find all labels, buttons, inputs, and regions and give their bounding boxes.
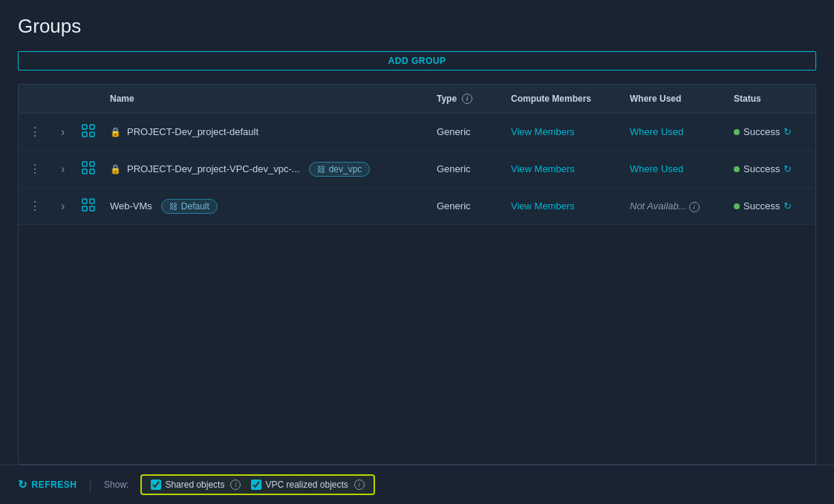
row-grid-icon-cell [74, 151, 102, 188]
col-header-type: Type i [429, 85, 504, 114]
col-header-compute-members: Compute Members [504, 85, 622, 114]
row-name: Web-VMs [110, 200, 152, 212]
row-name: PROJECT-Dev_project-default [127, 126, 258, 137]
vpc-realized-checkbox-label[interactable]: VPC realized objects i [251, 480, 364, 490]
shared-objects-checkbox-label[interactable]: Shared objects i [151, 480, 241, 490]
where-used-not-available: Not Availab... [630, 200, 687, 212]
col-header-status: Status [726, 85, 815, 114]
row-actions-cell: ⋮ [19, 188, 52, 225]
status-dot [734, 203, 740, 209]
row-name-cell: 🔒PROJECT-Dev_project-default [102, 114, 429, 151]
row-compute-members-cell: View Members [504, 151, 622, 188]
lock-icon: 🔒 [110, 164, 121, 174]
table-row: ⋮› 🔒PROJECT-Dev_project-VPC-dev_vpc-... … [19, 151, 815, 188]
row-more-button[interactable]: ⋮ [26, 162, 45, 176]
col-header-expand [52, 85, 74, 114]
row-expand-button[interactable]: › [59, 125, 66, 139]
where-used-info-icon[interactable]: i [689, 202, 700, 212]
tag-label: dev_vpc [329, 164, 362, 174]
view-members-link[interactable]: View Members [511, 200, 575, 212]
svg-rect-8 [82, 199, 87, 203]
row-compute-members-cell: View Members [504, 114, 622, 151]
table-row: ⋮› 🔒PROJECT-Dev_project-defaultGenericVi… [19, 114, 815, 151]
table-body: ⋮› 🔒PROJECT-Dev_project-defaultGenericVi… [19, 114, 815, 225]
tag-link-icon: ⛓ [169, 202, 177, 211]
row-type: Generic [437, 126, 471, 137]
row-type-cell: Generic [429, 114, 504, 151]
svg-rect-3 [90, 132, 94, 137]
tag-badge[interactable]: ⛓ Default [161, 199, 218, 214]
grid-icon [82, 198, 95, 214]
row-type-cell: Generic [429, 151, 504, 188]
groups-table: Name Type i Compute Members Where Used [19, 85, 815, 225]
col-header-actions [19, 85, 52, 114]
lock-icon: 🔒 [110, 127, 121, 137]
table-header-row: Name Type i Compute Members Where Used [19, 85, 815, 114]
svg-rect-7 [90, 169, 94, 174]
row-where-used-cell: Where Used [622, 151, 726, 188]
grid-icon [82, 161, 95, 177]
status-dot [734, 166, 740, 172]
tag-badge[interactable]: ⛓ dev_vpc [309, 162, 371, 177]
footer-divider: | [88, 477, 92, 493]
row-type-cell: Generic [429, 188, 504, 225]
type-info-icon[interactable]: i [462, 94, 472, 104]
row-refresh-icon[interactable]: ↻ [783, 126, 792, 137]
row-grid-icon-cell [74, 114, 102, 151]
svg-rect-0 [82, 125, 87, 129]
page-title: Groups [18, 15, 816, 38]
row-compute-members-cell: View Members [504, 188, 622, 225]
svg-rect-4 [82, 162, 87, 166]
row-actions-cell: ⋮ [19, 151, 52, 188]
show-label: Show: [104, 480, 128, 490]
filter-checkbox-group: Shared objects i VPC realized objects i [140, 474, 374, 495]
svg-rect-10 [82, 206, 87, 211]
row-actions-cell: ⋮ [19, 114, 52, 151]
row-name: PROJECT-Dev_project-VPC-dev_vpc-... [127, 163, 300, 174]
row-refresh-icon[interactable]: ↻ [783, 163, 792, 174]
row-grid-icon-cell [74, 188, 102, 225]
view-members-link[interactable]: View Members [511, 126, 575, 137]
svg-rect-2 [82, 132, 87, 137]
svg-rect-1 [90, 125, 94, 129]
refresh-button[interactable]: ↻ REFRESH [18, 478, 76, 491]
row-more-button[interactable]: ⋮ [26, 125, 45, 139]
row-refresh-icon[interactable]: ↻ [783, 200, 792, 212]
row-where-used-cell: Where Used [622, 114, 726, 151]
view-members-link[interactable]: View Members [511, 163, 575, 174]
svg-rect-9 [90, 199, 94, 203]
tag-link-icon: ⛓ [317, 165, 325, 174]
main-content: Groups ADD GROUP Name Type i [0, 0, 834, 465]
row-status-cell: Success ↻ [726, 151, 815, 188]
where-used-link[interactable]: Where Used [630, 126, 683, 137]
col-header-name: Name [102, 85, 429, 114]
status-dot [734, 129, 740, 135]
row-expand-cell: › [52, 114, 74, 151]
vpc-realized-info-icon[interactable]: i [354, 480, 365, 490]
vpc-realized-label: VPC realized objects [265, 480, 348, 490]
shared-objects-checkbox[interactable] [151, 480, 161, 490]
row-name-cell: 🔒PROJECT-Dev_project-VPC-dev_vpc-... ⛓ d… [102, 151, 429, 188]
row-expand-button[interactable]: › [59, 163, 66, 176]
grid-icon [82, 124, 95, 140]
row-expand-cell: › [52, 188, 74, 225]
footer-bar: ↻ REFRESH | Show: Shared objects i VPC r… [0, 465, 834, 504]
status-label: Success [743, 126, 780, 137]
row-more-button[interactable]: ⋮ [26, 199, 45, 213]
row-type: Generic [437, 200, 471, 212]
row-status-cell: Success ↻ [726, 114, 815, 151]
svg-rect-5 [90, 162, 94, 166]
col-header-icon [74, 85, 102, 114]
row-expand-button[interactable]: › [59, 200, 66, 213]
row-where-used-cell: Not Availab...i [622, 188, 726, 225]
shared-objects-label: Shared objects [165, 480, 224, 490]
status-label: Success [743, 163, 780, 174]
svg-rect-6 [82, 169, 87, 174]
row-name-cell: Web-VMs ⛓ Default [102, 188, 429, 225]
where-used-link[interactable]: Where Used [630, 163, 683, 174]
vpc-realized-checkbox[interactable] [251, 480, 261, 490]
shared-objects-info-icon[interactable]: i [230, 480, 241, 490]
add-group-button[interactable]: ADD GROUP [18, 51, 816, 71]
row-type: Generic [437, 163, 471, 174]
col-header-where-used: Where Used [622, 85, 726, 114]
